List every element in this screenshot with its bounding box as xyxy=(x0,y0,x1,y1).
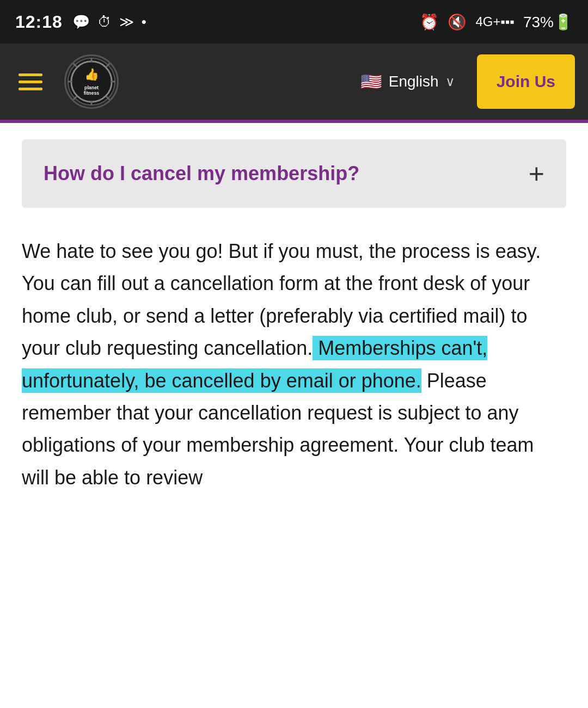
faq-section: How do I cancel my membership? + xyxy=(0,139,588,208)
main-content: We hate to see you go! But if you must, … xyxy=(0,219,588,515)
hamburger-line-3 xyxy=(19,88,42,90)
hamburger-menu[interactable] xyxy=(13,68,48,96)
alarm-icon: ⏰ xyxy=(420,13,439,31)
forward-icon: ≫ xyxy=(119,14,134,30)
faq-expand-icon: + xyxy=(529,160,544,187)
join-us-button[interactable]: Join Us xyxy=(477,54,575,109)
purple-divider xyxy=(0,120,588,123)
timer-icon: ⏱ xyxy=(97,14,112,30)
faq-question-text: How do I cancel my membership? xyxy=(44,162,529,185)
language-label: English xyxy=(389,73,439,90)
chat-icon: 💬 xyxy=(72,14,90,30)
planet-fitness-logo: 👍 planet fitness xyxy=(64,54,119,109)
svg-text:planet: planet xyxy=(84,85,99,90)
us-flag-icon: 🇺🇸 xyxy=(360,71,382,92)
faq-item-cancel[interactable]: How do I cancel my membership? + xyxy=(22,139,566,208)
chevron-down-icon: ∨ xyxy=(445,74,455,89)
logo-svg: 👍 planet fitness xyxy=(66,56,117,108)
language-selector[interactable]: 🇺🇸 English ∨ xyxy=(360,71,455,92)
status-right: ⏰ 🔇 4G+▪▪▪ 73%🔋 xyxy=(420,13,573,31)
status-bar: 12:18 💬 ⏱ ≫ • ⏰ 🔇 4G+▪▪▪ 73%🔋 xyxy=(0,0,588,44)
svg-text:👍: 👍 xyxy=(84,67,99,82)
status-icons: 💬 ⏱ ≫ • xyxy=(72,14,146,30)
mute-icon: 🔇 xyxy=(448,13,467,31)
hamburger-line-2 xyxy=(19,81,42,83)
status-time: 12:18 xyxy=(15,12,63,32)
hamburger-line-1 xyxy=(19,73,42,76)
dot-icon: • xyxy=(142,14,146,30)
nav-bar: 👍 planet fitness 🇺🇸 English ∨ xyxy=(0,44,588,120)
signal-text: 4G+▪▪▪ xyxy=(475,14,514,29)
content-paragraph: We hate to see you go! But if you must, … xyxy=(22,235,566,494)
status-left: 12:18 💬 ⏱ ≫ • xyxy=(15,12,146,32)
logo-container[interactable]: 👍 planet fitness xyxy=(64,54,119,109)
battery-text: 73%🔋 xyxy=(523,13,573,31)
svg-text:fitness: fitness xyxy=(84,90,99,96)
